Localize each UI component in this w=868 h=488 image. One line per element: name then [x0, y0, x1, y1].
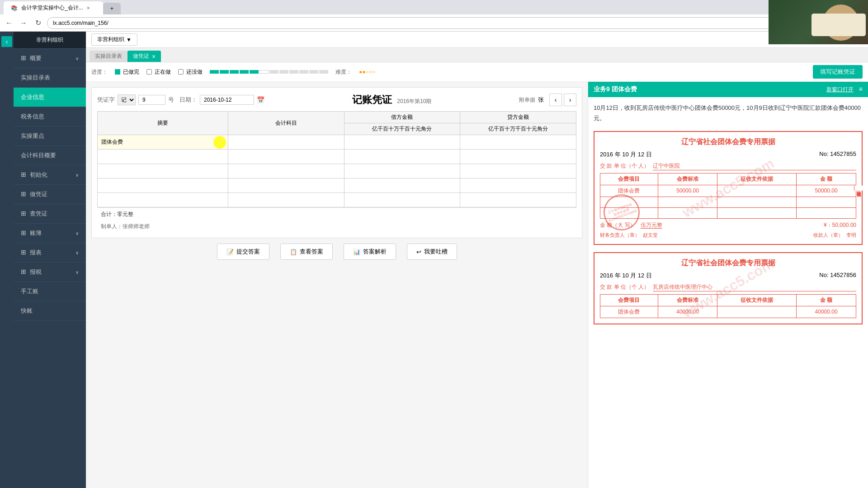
credit-cell-5[interactable]	[460, 193, 576, 207]
prev-voucher-btn[interactable]: ‹	[549, 94, 562, 106]
inactive-browser-tab[interactable]: +	[103, 3, 121, 14]
receipt-2-col-item: 会费项目	[600, 294, 658, 306]
tab-voucher-close[interactable]: ×	[152, 53, 156, 60]
sidebar-item-overview[interactable]: ⊞概要 ∨	[14, 49, 86, 68]
basis-cell-2	[717, 306, 797, 318]
voucher-title: 记账凭证	[352, 94, 392, 105]
right-panel-body: 10月12日，收到瓦房店传统中医疗中心团体会费50000元，10月9日收到辽宁中…	[588, 97, 868, 488]
debit-cell-3[interactable]	[344, 164, 460, 178]
content-area: 凭证字 记 号 日期： 📅	[86, 82, 868, 488]
complain-btn[interactable]: ↩ 我要吐槽	[407, 244, 457, 260]
sidebar-item-key-points[interactable]: 实操重点	[14, 127, 86, 146]
voucher-type-select[interactable]: 记	[118, 94, 136, 105]
task-description: 10月12日，收到瓦房店传统中医疗中心团体会费50000元，10月9日收到辽宁中…	[594, 103, 863, 124]
credit-cell-1[interactable]	[460, 135, 576, 150]
sidebar-item-report[interactable]: ⊞报表 ∨	[14, 243, 86, 263]
voucher-period: 2016年第10期	[397, 98, 431, 104]
tab-list[interactable]: 实操目录表	[90, 51, 127, 62]
submit-answer-btn[interactable]: 📝 提交答案	[217, 244, 269, 260]
sidebar-item-tax[interactable]: 税务信息	[14, 107, 86, 127]
summary-cell-5[interactable]	[98, 193, 228, 207]
seg-2	[220, 70, 229, 74]
address-bar[interactable]: lx.acc5.com/main_156/	[47, 17, 850, 29]
done-dot	[115, 69, 120, 75]
panel-settings-icon[interactable]: ≡	[859, 85, 863, 93]
debit-cell-1[interactable]	[344, 135, 460, 150]
reload-btn[interactable]: ↻	[33, 18, 43, 28]
debit-cell-2[interactable]	[344, 150, 460, 164]
summary-cell-1[interactable]: 团体会费	[98, 135, 228, 150]
debit-cell-4[interactable]	[344, 178, 460, 193]
calendar-icon[interactable]: 📅	[257, 96, 264, 103]
doing-checkbox[interactable]	[146, 69, 152, 75]
account-cell-1[interactable]	[228, 135, 344, 150]
open-new-window-btn[interactable]: 新窗口打开	[826, 86, 854, 94]
receiver-label-1: 收款人（章）	[813, 232, 843, 238]
amount-cell-1: 50000.00	[797, 185, 856, 197]
summary-cell-3[interactable]	[98, 164, 228, 178]
receipt-1-row: 团体会费 50000.00 50000.00	[600, 185, 856, 197]
doing-label: 正在做	[155, 68, 171, 76]
maker-row: 制单人：张师师老师	[97, 221, 576, 232]
credit-cell-4[interactable]	[460, 178, 576, 193]
sidebar-item-tax2[interactable]: ⊞报税 ∨	[14, 263, 86, 282]
top-bar: 非营利组织 ▼ 张师师老师（SVIP会员）	[86, 32, 868, 48]
sidebar-collapse-btn[interactable]: ‹	[1, 36, 12, 47]
active-browser-tab[interactable]: 📚 会计学堂实操中心_会计... ×	[4, 1, 103, 14]
right-panel-header: 业务9 团体会费 新窗口打开 ≡	[588, 82, 868, 97]
difficulty-label: 难度：	[335, 68, 352, 76]
sidebar-item-voucher[interactable]: ⊞做凭证	[14, 185, 86, 204]
analyze-answer-btn[interactable]: 📊 答案解析	[344, 244, 396, 260]
total-row: 合计：零元整	[97, 207, 576, 221]
standard-cell-1: 50000.00	[658, 185, 717, 197]
sidebar-item-accounts[interactable]: 会计科目概要	[14, 146, 86, 165]
receipt-1-total: 金 额（大 写） 伍万元整 ¥：50,000.00	[600, 221, 856, 229]
progress-area: 进度： 已做完 正在做 还没做	[86, 62, 868, 82]
sidebar-item-init[interactable]: ⊞初始化 ∨	[14, 165, 86, 185]
receipt-1-title: 辽宁省社会团体会费专用票据	[600, 137, 856, 147]
right-panel: 业务9 团体会费 新窗口打开 ≡ 10月12日，收到瓦房店传统中医疗中心团体会费…	[588, 82, 868, 488]
sidebar-item-company-info[interactable]: 企业信息	[14, 88, 86, 107]
num-label: 号	[168, 96, 174, 104]
receipt-col-item: 会费项目	[600, 173, 658, 185]
sidebar-item-ledger[interactable]: ⊞账簿 ∨	[14, 224, 86, 243]
maker-label: 制单人：张师师老师	[101, 223, 150, 230]
org-selector[interactable]: 非营利组织 ▼	[91, 33, 137, 46]
debit-cell-5[interactable]	[344, 193, 460, 207]
next-voucher-btn[interactable]: ›	[564, 94, 576, 106]
sidebar-item-fast[interactable]: 快账	[14, 301, 86, 321]
account-cell-2[interactable]	[228, 150, 344, 164]
seg-11	[309, 70, 318, 74]
seg-5	[250, 70, 259, 74]
voucher-number-input[interactable]	[138, 95, 165, 105]
summary-cell-2[interactable]	[98, 150, 228, 164]
sidebar-item-manual[interactable]: 手工账	[14, 282, 86, 301]
receipt-1-date: 2016 年 10 月 12 日 No: 14527855	[600, 150, 856, 159]
tab-voucher[interactable]: 做凭证 ×	[127, 51, 161, 62]
tab-close-btn[interactable]: ×	[87, 5, 90, 11]
account-cell-5[interactable]	[228, 193, 344, 207]
done-label: 已做完	[123, 68, 139, 76]
account-cell-3[interactable]	[228, 164, 344, 178]
table-row	[98, 178, 576, 193]
account-cell-4[interactable]	[228, 178, 344, 193]
seg-7	[269, 70, 278, 74]
credit-cell-2[interactable]	[460, 150, 576, 164]
todo-checkbox[interactable]	[178, 69, 184, 75]
forward-btn[interactable]: →	[18, 18, 29, 28]
receiver-person-1: 李明	[846, 232, 856, 238]
sidebar-item-list[interactable]: 实操目录表	[14, 68, 86, 88]
credit-cell-3[interactable]	[460, 164, 576, 178]
view-answer-btn[interactable]: 📋 查看答案	[280, 244, 333, 260]
standard-cell-2: 40000.00	[658, 306, 717, 318]
summary-cell-4[interactable]	[98, 178, 228, 193]
write-voucher-btn[interactable]: 填写记账凭证	[813, 65, 863, 79]
col-header-debit: 借方金额	[344, 112, 460, 123]
receipt-2-col-standard: 会费标准	[658, 294, 717, 306]
date-input[interactable]	[200, 95, 254, 105]
progress-bar	[210, 70, 328, 74]
back-btn[interactable]: ←	[4, 18, 14, 28]
sidebar-menu: ⊞概要 ∨ 实操目录表 企业信息 税务信息 实操重点 会计科目概要	[14, 49, 86, 488]
sidebar-item-check[interactable]: ⊞查凭证	[14, 204, 86, 224]
progress-todo-status: 还没做	[178, 68, 203, 76]
